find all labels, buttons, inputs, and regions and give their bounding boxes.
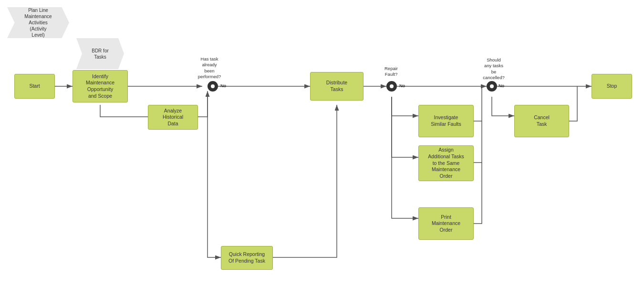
cancel-box: Cancel Task [514,105,569,137]
analyze-box: Analyze Historical Data [148,105,198,130]
investigate-box: Investigate Similar Faults [418,105,474,137]
gateway3-label: Should any tasks be cancelled? [477,57,510,81]
assign-box: Assign Additional Tasks to the Same Main… [418,145,474,181]
gateway3-no-label: No [499,83,504,88]
gateway2-label: Repair Fault? [379,66,403,78]
gateway2 [386,81,397,92]
quickreport-box: Quick Reporting Of Pending Task [221,246,273,270]
distribute-box: Distribute Tasks [310,72,364,101]
print-box: Print Maintenance Order [418,207,474,240]
diagram-container: Plan Line Maintenance Activities (Activi… [0,0,644,286]
header-shape-plan: Plan Line Maintenance Activities (Activi… [7,7,69,38]
identify-box: Identify Maintenance Opportunity and Sco… [73,70,128,102]
gateway2-no-label: No [399,83,405,88]
header-shape-bdr: BDR for Tasks [76,38,124,69]
stop-box: Stop [592,74,632,99]
start-box: Start [14,74,55,99]
gateway1 [208,81,218,92]
gateway1-label: Has task already been performed? [188,56,231,80]
gateway3 [487,81,497,92]
gateway1-no-label: No [220,83,226,88]
